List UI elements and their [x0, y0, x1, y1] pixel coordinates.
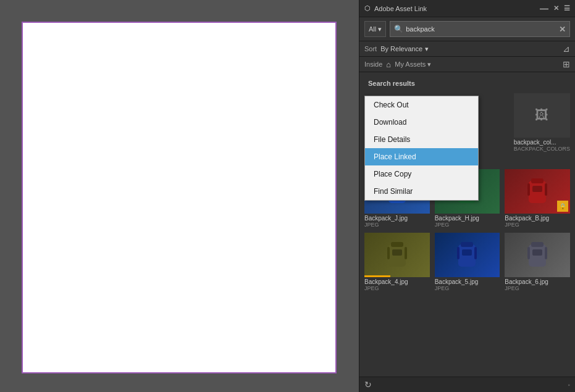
- context-menu-place-copy[interactable]: Place Copy: [365, 165, 478, 183]
- panel-title-right: — ✕ ☰: [540, 4, 570, 13]
- asset-link-panel: ⬡ Adobe Asset Link — ✕ ☰ All ▾ 🔍 ✕ Sort …: [359, 0, 575, 392]
- asset-thumb-backpack-4: [364, 233, 430, 277]
- filter-dropdown[interactable]: All ▾: [364, 21, 386, 37]
- panel-titlebar: ⬡ Adobe Asset Link — ✕ ☰: [359, 0, 575, 17]
- sort-left: Sort By Relevance ▾: [364, 45, 429, 53]
- svg-rect-29: [532, 249, 542, 256]
- asset-type-backpack-col: BACKPACK_COLORS: [514, 146, 570, 152]
- sort-by-label: By Relevance: [380, 45, 422, 52]
- asset-type-backpack-4: JPEG: [364, 285, 430, 291]
- svg-rect-26: [474, 247, 477, 259]
- svg-rect-15: [527, 183, 530, 196]
- inside-row: Inside ⌂ My Assets ▾ ⊞: [359, 57, 575, 72]
- svg-rect-18: [391, 242, 403, 247]
- backpack-b-svg: [524, 175, 551, 208]
- inside-nav[interactable]: ⌂: [386, 60, 391, 69]
- asset-name-backpack-col: backpack_col...: [514, 139, 570, 146]
- svg-rect-30: [527, 247, 530, 259]
- context-menu-find-similar[interactable]: Find Similar: [365, 183, 478, 200]
- asset-name-backpack-6: Backpack_6.jpg: [505, 278, 570, 285]
- context-menu-place-linked[interactable]: Place Linked: [365, 148, 478, 165]
- asset-item-backpack-4[interactable]: Backpack_4.jpg JPEG: [363, 231, 431, 293]
- asset-name-backpack-j: Backpack_J.jpg: [364, 215, 430, 222]
- canvas-area: [0, 0, 359, 392]
- search-results-label: Search results: [363, 75, 571, 90]
- grid-view-icon[interactable]: ⊞: [563, 59, 570, 69]
- asset-name-backpack-5: Backpack_5.jpg: [435, 278, 500, 285]
- svg-rect-23: [461, 242, 473, 247]
- sort-row: Sort By Relevance ▾ ⊿: [359, 41, 575, 57]
- asset-link-icon: ⬡: [364, 4, 371, 12]
- svg-rect-25: [457, 247, 460, 259]
- asset-type-backpack-h: JPEG: [435, 222, 500, 228]
- home-icon: ⌂: [386, 60, 391, 69]
- asset-name-backpack-b: Backpack_B.jpg: [505, 215, 570, 222]
- asset-item-backpack-6[interactable]: Backpack_6.jpg JPEG: [503, 231, 571, 293]
- backpack-5-svg: [453, 238, 481, 272]
- document-canvas: [22, 22, 337, 373]
- progress-bar: [364, 275, 390, 277]
- svg-rect-13: [531, 178, 544, 183]
- inside-left: Inside ⌂ My Assets ▾: [364, 60, 431, 69]
- sort-label: Sort: [364, 45, 377, 52]
- path-chevron-icon: ▾: [427, 60, 431, 69]
- svg-rect-28: [531, 242, 544, 247]
- asset-thumb-backpack-col: 🖼: [514, 93, 570, 138]
- backpack-4-svg: [384, 238, 411, 272]
- svg-rect-19: [392, 249, 402, 256]
- refresh-icon[interactable]: ↻: [364, 380, 372, 390]
- scroll-indicator: ▪: [568, 382, 570, 388]
- asset-item-backpack-5[interactable]: Backpack_5.jpg JPEG: [434, 231, 502, 293]
- svg-rect-24: [462, 249, 472, 256]
- context-menu-check-out[interactable]: Check Out: [365, 96, 478, 114]
- asset-thumb-backpack-6: [505, 233, 570, 277]
- path-dropdown[interactable]: My Assets ▾: [395, 60, 431, 69]
- asset-thumb-backpack-b: 🔒: [505, 169, 570, 214]
- search-icon: 🔍: [394, 25, 403, 33]
- asset-type-backpack-j: JPEG: [364, 222, 430, 228]
- path-label: My Assets: [395, 60, 426, 68]
- search-box[interactable]: 🔍 ✕: [390, 21, 570, 37]
- status-bar: ↻ ▪: [359, 377, 575, 392]
- inside-label: Inside: [364, 60, 382, 68]
- sort-dropdown[interactable]: By Relevance ▾: [380, 45, 429, 53]
- asset-thumb-backpack-5: [435, 233, 500, 277]
- asset-item-backpack-b[interactable]: 🔒 Backpack_B.jpg JPEG: [503, 168, 571, 229]
- filter-label: All: [369, 25, 376, 33]
- sort-chevron-icon: ▾: [425, 45, 429, 53]
- lock-badge: 🔒: [557, 201, 568, 212]
- image-placeholder-icon: 🖼: [535, 107, 548, 123]
- filter-chevron-icon: ▾: [378, 25, 382, 33]
- svg-rect-21: [405, 247, 407, 259]
- asset-name-backpack-h: Backpack_H.jpg: [435, 215, 500, 222]
- context-menu: Check Out Download File Details Place Li…: [364, 96, 479, 201]
- search-row: All ▾ 🔍 ✕: [359, 17, 575, 41]
- panel-title-left: ⬡ Adobe Asset Link: [364, 4, 427, 12]
- panel-title: Adobe Asset Link: [374, 5, 427, 12]
- svg-rect-14: [532, 186, 542, 192]
- search-clear-button[interactable]: ✕: [559, 25, 566, 34]
- minimize-button[interactable]: —: [540, 4, 548, 13]
- panel-menu-button[interactable]: ☰: [564, 4, 570, 12]
- context-menu-file-details[interactable]: File Details: [365, 131, 478, 148]
- context-menu-download[interactable]: Download: [365, 114, 478, 131]
- svg-rect-16: [545, 183, 547, 196]
- asset-type-backpack-6: JPEG: [505, 285, 570, 291]
- svg-rect-31: [545, 247, 547, 259]
- svg-rect-20: [387, 247, 390, 259]
- backpack-6-svg: [524, 238, 551, 272]
- asset-type-backpack-5: JPEG: [435, 285, 500, 291]
- search-input[interactable]: [406, 25, 556, 33]
- filter-funnel-icon[interactable]: ⊿: [563, 44, 570, 54]
- asset-name-backpack-4: Backpack_4.jpg: [364, 278, 430, 285]
- grid-content: Search results Check Out Download File D…: [359, 72, 575, 377]
- asset-type-backpack-b: JPEG: [505, 222, 570, 228]
- close-button[interactable]: ✕: [553, 4, 559, 12]
- asset-item-backpack-col[interactable]: 🖼 backpack_col... BACKPACK_COLORS: [513, 92, 571, 153]
